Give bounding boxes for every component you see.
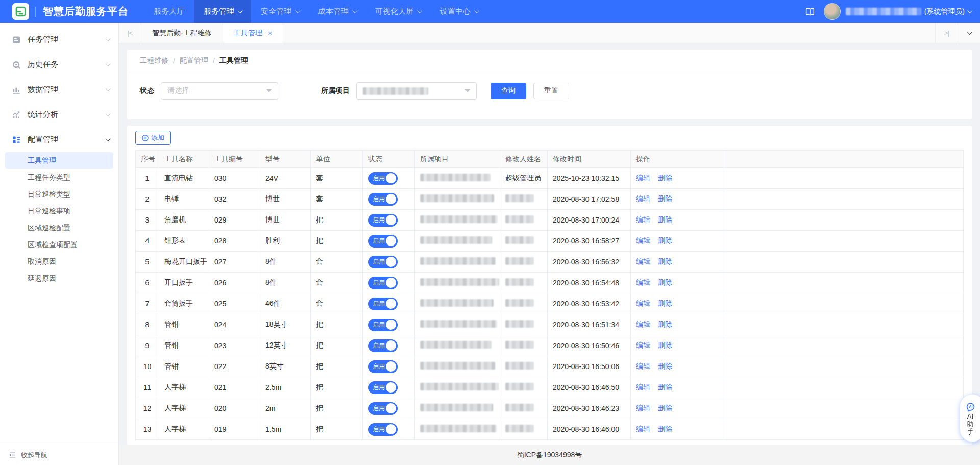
tab-2[interactable]: 工具管理×: [223, 23, 284, 43]
edit-link[interactable]: 编辑: [636, 320, 650, 328]
cell-tool-code: 020: [209, 398, 260, 419]
sidebar-subitem-区域巡检配置[interactable]: 区域巡检配置: [5, 219, 113, 236]
status-toggle-knob: [386, 382, 396, 393]
tab-1[interactable]: 智慧后勤-工程维修: [141, 23, 223, 43]
sidebar-subitem-工具管理[interactable]: 工具管理: [5, 152, 113, 169]
nav-item-3[interactable]: 安全管理: [251, 0, 308, 23]
delete-link[interactable]: 删除: [658, 194, 672, 203]
edit-link[interactable]: 编辑: [636, 257, 650, 265]
nav-dropdown-chevron-icon: [238, 8, 243, 13]
user-menu-chevron-icon[interactable]: [967, 8, 972, 13]
status-toggle[interactable]: 启用: [368, 402, 398, 415]
cell-tool-code: 027: [209, 252, 260, 273]
cell-modifier: [500, 398, 548, 419]
status-select[interactable]: 请选择: [161, 82, 278, 100]
delete-link[interactable]: 删除: [658, 236, 672, 244]
sidebar-item-4[interactable]: 统计分析: [0, 102, 118, 127]
sidebar-item-5[interactable]: 配置管理: [0, 127, 118, 152]
nav-item-5[interactable]: 可视化大屏: [365, 0, 430, 23]
cell-no: 7: [136, 293, 159, 314]
edit-link[interactable]: 编辑: [636, 404, 650, 412]
project-select[interactable]: [356, 82, 477, 100]
nav-item-4[interactable]: 成本管理: [308, 0, 365, 23]
cell-no: 6: [136, 273, 159, 293]
nav-item-1[interactable]: 服务大厅: [144, 0, 194, 23]
status-toggle-knob: [386, 340, 396, 351]
tab-close-icon[interactable]: ×: [268, 29, 273, 37]
status-toggle-label: 启用: [373, 258, 385, 266]
sidebar-subitem-延迟原因[interactable]: 延迟原因: [5, 270, 113, 287]
delete-link[interactable]: 删除: [658, 362, 672, 370]
cell-actions: 编辑删除: [631, 189, 724, 210]
add-button[interactable]: 添加: [135, 131, 171, 145]
status-toggle[interactable]: 启用: [368, 172, 398, 185]
edit-link[interactable]: 编辑: [636, 362, 650, 370]
delete-link[interactable]: 删除: [658, 383, 672, 391]
status-toggle[interactable]: 启用: [368, 235, 398, 248]
edit-link[interactable]: 编辑: [636, 236, 650, 244]
edit-link[interactable]: 编辑: [636, 215, 650, 224]
delete-link[interactable]: 删除: [658, 299, 672, 307]
reset-button[interactable]: 重置: [533, 83, 569, 99]
ai-assistant-button[interactable]: AI AI 助 手: [960, 394, 980, 442]
breadcrumb-item-2[interactable]: 配置管理: [180, 56, 208, 65]
user-role[interactable]: (系统管理员): [924, 7, 965, 16]
edit-link[interactable]: 编辑: [636, 383, 650, 391]
cell-modifier: [500, 252, 548, 273]
column-header-操作: 操作: [631, 151, 724, 168]
cell-status: 启用: [363, 335, 415, 356]
delete-link[interactable]: 删除: [658, 341, 672, 349]
manual-book-icon[interactable]: [804, 6, 816, 17]
sidebar-item-3[interactable]: 数据管理: [0, 77, 118, 102]
edit-link[interactable]: 编辑: [636, 425, 650, 433]
cell-filler: [724, 210, 964, 231]
status-toggle[interactable]: 启用: [368, 298, 398, 310]
edit-link[interactable]: 编辑: [636, 194, 650, 203]
status-toggle[interactable]: 启用: [368, 423, 398, 436]
tabs-scroll-end-button[interactable]: >|: [935, 23, 958, 43]
nav-item-label: 成本管理: [318, 7, 349, 16]
search-button[interactable]: 查询: [491, 83, 526, 99]
cell-no: 13: [136, 419, 159, 440]
nav-item-2[interactable]: 服务管理: [194, 0, 251, 23]
status-select-placeholder: 请选择: [167, 86, 189, 95]
cell-modifier: 超级管理员: [500, 168, 548, 189]
sidebar-item-1[interactable]: 任务管理: [0, 27, 118, 52]
status-toggle[interactable]: 启用: [368, 193, 398, 206]
nav-item-6[interactable]: 设置中心: [430, 0, 487, 23]
delete-link[interactable]: 删除: [658, 404, 672, 412]
status-toggle[interactable]: 启用: [368, 319, 398, 331]
sidebar-subitem-日常巡检类型[interactable]: 日常巡检类型: [5, 186, 113, 203]
cell-no: 2: [136, 189, 159, 210]
delete-link[interactable]: 删除: [658, 320, 672, 328]
edit-link[interactable]: 编辑: [636, 299, 650, 307]
status-toggle[interactable]: 启用: [368, 277, 398, 289]
cell-unit: 把: [311, 377, 363, 398]
delete-link[interactable]: 删除: [658, 425, 672, 433]
edit-link[interactable]: 编辑: [636, 341, 650, 349]
status-filter-label: 状态: [140, 86, 154, 95]
status-toggle[interactable]: 启用: [368, 360, 398, 373]
delete-link[interactable]: 删除: [658, 278, 672, 286]
edit-link[interactable]: 编辑: [636, 278, 650, 286]
status-toggle-knob: [386, 257, 396, 267]
status-toggle[interactable]: 启用: [368, 214, 398, 227]
status-toggle[interactable]: 启用: [368, 339, 398, 352]
delete-link[interactable]: 删除: [658, 174, 672, 182]
status-toggle[interactable]: 启用: [368, 256, 398, 268]
delete-link[interactable]: 删除: [658, 257, 672, 265]
collapse-nav-button[interactable]: 收起导航: [0, 445, 118, 465]
edit-link[interactable]: 编辑: [636, 174, 650, 182]
delete-link[interactable]: 删除: [658, 215, 672, 224]
avatar[interactable]: [824, 3, 841, 20]
sidebar-subitem-工程任务类型[interactable]: 工程任务类型: [5, 169, 113, 186]
breadcrumb-item-1[interactable]: 工程维修: [140, 56, 168, 65]
project-filter-label: 所属项目: [321, 86, 350, 95]
status-toggle[interactable]: 启用: [368, 381, 398, 394]
tabs-scroll-start-button[interactable]: |<: [119, 23, 141, 43]
sidebar-subitem-日常巡检事项[interactable]: 日常巡检事项: [5, 203, 113, 219]
sidebar-subitem-取消原因[interactable]: 取消原因: [5, 253, 113, 270]
sidebar-subitem-区域检查项配置[interactable]: 区域检查项配置: [5, 236, 113, 253]
tabs-menu-button[interactable]: [958, 23, 980, 43]
sidebar-item-2[interactable]: 历史任务: [0, 52, 118, 77]
